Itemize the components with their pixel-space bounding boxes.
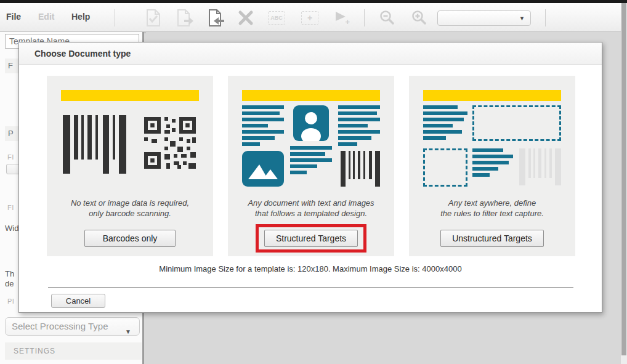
document-type-cards: No text or image data is required, only … [47,76,575,256]
card-description: No text or image data is required, only … [71,198,189,219]
barcode-icon [63,115,126,174]
document-check-glyph [145,9,161,26]
delete-icon[interactable] [237,9,255,27]
toolbar-separator [364,9,365,26]
image-icon [242,151,284,187]
scrollbar-thumb[interactable] [621,3,626,355]
card-description: Any document with text and images that f… [248,198,374,219]
add-pointer-icon[interactable]: + [333,9,351,27]
text-lines-icon [338,105,380,146]
zoom-level-dropdown[interactable]: ▼ [437,10,531,26]
export-document-icon[interactable] [176,9,195,27]
unstructured-document-illustration [423,105,561,188]
vertical-scrollbar[interactable] [621,3,627,364]
magnifier-minus-glyph [379,10,395,26]
menu-file[interactable]: File [6,12,21,22]
choose-document-type-dialog: Choose Document type [18,42,602,313]
text-lines-icon [290,146,332,174]
toolbar-separator [115,9,115,26]
import-document-icon[interactable] [207,9,225,27]
document-arrow-right-glyph [177,9,194,26]
button-frame: Barcodes only [76,224,184,253]
zoom-out-icon[interactable] [378,9,397,27]
image-size-note: Minimum Image Size for a template is: 12… [19,264,602,273]
yellow-header-bar [423,90,561,101]
plus-glyph: + [301,11,318,25]
card-unstructured-targets: Any text aywhere, define the rules to fi… [409,76,575,256]
menu-help[interactable]: Help [71,12,90,22]
processing-type-placeholder: Select Processing Type [12,321,108,331]
text-lines-icon [472,148,513,188]
barcode-icon [341,151,380,187]
sidebar-label-fragment: FI [7,204,14,211]
validate-document-icon[interactable] [144,9,163,27]
sidebar-label-fragment: FI [7,153,14,161]
abc-glyph: ABC [268,11,285,25]
dashed-capture-region-icon [472,105,561,141]
toolbar: File Edit Help [0,3,627,32]
menu-edit[interactable]: Edit [38,12,54,22]
unstructured-targets-button[interactable]: Unstructured Targets [440,230,544,247]
magnifier-plus-glyph [411,10,427,26]
qr-code-icon [142,115,198,171]
yellow-header-bar [242,90,380,101]
cursor-plus-glyph: + [345,17,350,26]
dialog-title: Choose Document type [19,42,602,65]
faded-barcode-icon [519,148,561,188]
card-description: Any text aywhere, define the rules to fi… [440,198,544,219]
dashed-capture-region-icon [423,148,467,187]
sidebar-text-fragment: de [5,279,14,288]
abc-text-field-icon[interactable]: ABC [267,9,286,27]
text-lines-icon [242,105,284,146]
cancel-button[interactable]: Cancel [51,294,105,308]
barcode-qr-illustration [61,105,199,188]
toolbar-separator [545,9,546,26]
barcodes-only-button[interactable]: Barcodes only [84,230,176,247]
settings-section-header: SETTINGS [5,342,142,360]
sidebar-label-fragment: Wid [5,224,18,233]
processing-type-dropdown[interactable]: Select Processing Type ▼ [5,317,140,336]
document-arrow-left-glyph [208,9,225,26]
structured-document-illustration [242,105,380,188]
footer-divider [48,287,573,288]
structured-targets-button[interactable]: Structured Targets [264,230,358,247]
add-region-icon[interactable]: + [301,9,319,27]
button-frame: Unstructured Targets [432,224,552,253]
card-structured-targets: Any document with text and images that f… [228,76,394,256]
app-window: File Edit Help [0,0,627,364]
chevron-down-icon: ▼ [125,323,131,341]
sidebar-label-fragment: PI [7,297,14,305]
red-highlight-frame: Structured Targets [256,224,366,253]
card-barcodes-only: No text or image data is required, only … [47,76,213,256]
dialog-header: Choose Document type [19,42,602,65]
avatar-icon [293,105,329,141]
chevron-down-icon: ▼ [519,15,525,22]
sidebar-text-fragment: Th [5,269,14,278]
x-glyph [238,10,254,26]
text-lines-icon [423,105,467,144]
zoom-in-icon[interactable] [410,9,429,27]
yellow-header-bar [61,90,199,101]
